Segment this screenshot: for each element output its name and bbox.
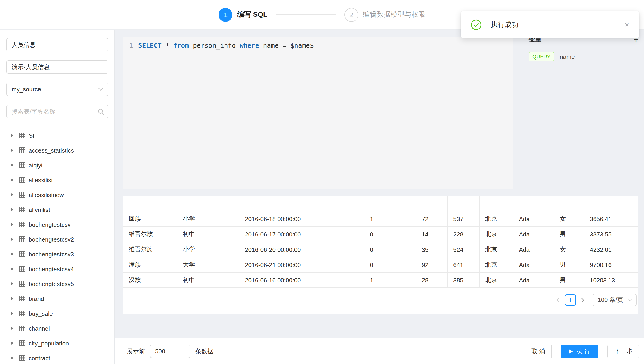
table-tree-item[interactable]: allesxilist [6,172,108,187]
table-tree-item[interactable]: brand [6,291,108,306]
variables-panel: 变量 + QUERY name [521,30,644,196]
page-size-select[interactable]: 100 条/页 [592,294,636,306]
caret-right-icon[interactable] [11,148,14,152]
column-header[interactable] [364,196,416,211]
caret-right-icon[interactable] [11,208,14,212]
caret-right-icon[interactable] [11,223,14,226]
caret-right-icon[interactable] [11,193,14,197]
search-input[interactable] [6,105,108,118]
cell-city: 北京 [480,227,513,242]
column-header[interactable] [513,196,554,211]
step-1-write-sql[interactable]: 1 编写 SQL [219,8,267,22]
next-page-button[interactable] [579,294,587,306]
caret-right-icon[interactable] [11,282,14,286]
caret-right-icon[interactable] [11,178,14,182]
table-tree-item[interactable]: allesxilistnew [6,187,108,202]
table-tree-item[interactable]: bochengtestcsv [6,217,108,232]
table-tree-item[interactable]: access_statistics [6,143,108,158]
table-icon [19,251,26,257]
row-limit-input[interactable] [150,344,190,358]
table-tree-item[interactable]: SF [6,128,108,143]
table-name: access_statistics [29,147,74,154]
caret-right-icon[interactable] [11,341,14,345]
cell-salary: 3656.41 [584,211,638,227]
table-tree-item[interactable]: bochengtestcsv5 [6,276,108,291]
sidebar: my_source SF [0,30,115,364]
column-header[interactable] [480,196,513,211]
table-name: bochengtestcsv2 [29,236,74,243]
cell-age: 92 [416,257,448,272]
next-step-button[interactable]: 下一步 [608,344,639,358]
caret-right-icon[interactable] [11,163,14,167]
table-row[interactable]: 维吾尔族 小学 2016-06-20 00:00:00 0 35 524 北京 … [123,242,638,257]
cell-id: 385 [448,272,480,288]
toast-close-button[interactable]: × [624,21,629,29]
table-tree-item[interactable]: channel [6,321,108,336]
table-tree-item[interactable]: bochengtestcsv4 [6,262,108,276]
column-header[interactable] [584,196,638,211]
current-page[interactable]: 1 [565,294,576,306]
caret-right-icon[interactable] [11,356,14,360]
caret-right-icon[interactable] [11,252,14,256]
column-header[interactable] [239,196,364,211]
column-header[interactable] [416,196,448,211]
table-row[interactable]: 汉族 初中 2016-06-16 00:00:00 1 28 385 北京 Ad… [123,272,638,288]
step-2-edit-model[interactable]: 2 编辑数据模型与权限 [344,8,425,22]
caret-right-icon[interactable] [11,326,14,330]
table-tree-item[interactable]: bochengtestcsv2 [6,232,108,247]
chevron-down-icon [627,299,632,301]
step-2-number: 2 [344,8,358,22]
cell-nation: 回族 [123,211,177,227]
datasource-select[interactable]: my_source [6,83,108,96]
table-tree-item[interactable]: buy_sale [6,306,108,321]
cell-birthday: 2016-06-21 00:00:00 [239,257,364,272]
column-header[interactable] [448,196,480,211]
table-name: allvmlist [29,206,50,213]
step-1-label: 编写 SQL [237,10,267,19]
table-name: bochengtestcsv5 [29,280,74,287]
cell-education: 小学 [177,242,239,257]
column-header[interactable] [554,196,584,211]
column-header[interactable] [177,196,239,211]
cell-nation: 满族 [123,257,177,272]
caret-right-icon[interactable] [11,297,14,300]
table-tree-item[interactable]: aiqiyi [6,158,108,172]
cell-married: 0 [364,242,416,257]
datasource-select-value: my_source [12,86,41,93]
prev-page-button[interactable] [554,294,562,306]
cell-salary: 3873.55 [584,227,638,242]
table-name: allesxilist [29,176,53,184]
step-1-number: 1 [219,8,233,22]
table-row[interactable]: 维吾尔族 初中 2016-06-17 00:00:00 0 14 228 北京 … [123,227,638,242]
line-number: 1 [129,41,133,50]
cell-married: 0 [364,227,416,242]
sql-editor[interactable]: 1 SELECT * from person_info where name =… [123,37,513,189]
cell-birthday: 2016-06-17 00:00:00 [239,227,364,242]
cell-birthday: 2016-06-20 00:00:00 [239,242,364,257]
chevron-right-icon [581,297,585,303]
caret-right-icon[interactable] [11,237,14,241]
sql-keyword: SELECT [138,42,162,49]
execute-button[interactable]: 执 行 [561,344,598,358]
caret-right-icon[interactable] [11,133,14,137]
caret-right-icon[interactable] [11,312,14,315]
model-name-input[interactable] [6,38,108,52]
table-icon [19,295,26,302]
table-tree-item[interactable]: city_population [6,336,108,350]
table-name: contract [29,354,50,361]
table-tree-item[interactable]: bochengtestcsv3 [6,247,108,262]
table-icon [19,221,26,228]
cancel-button[interactable]: 取 消 [524,344,552,358]
limit-suffix-label: 条数据 [196,347,214,355]
table-tree-item[interactable]: contract [6,350,108,364]
table-tree-item[interactable]: allvmlist [6,202,108,217]
table-icon [19,310,26,317]
cell-sex: 女 [554,242,584,257]
table-row[interactable]: 满族 大学 2016-06-21 00:00:00 0 92 641 北京 Ad… [123,257,638,272]
cell-city: 北京 [480,272,513,288]
variable-item[interactable]: QUERY name [529,52,638,61]
table-row[interactable]: 回族 小学 2016-06-18 00:00:00 1 72 537 北京 Ad… [123,211,638,227]
caret-right-icon[interactable] [11,267,14,271]
column-header[interactable] [123,196,177,211]
model-display-name-input[interactable] [6,60,108,74]
